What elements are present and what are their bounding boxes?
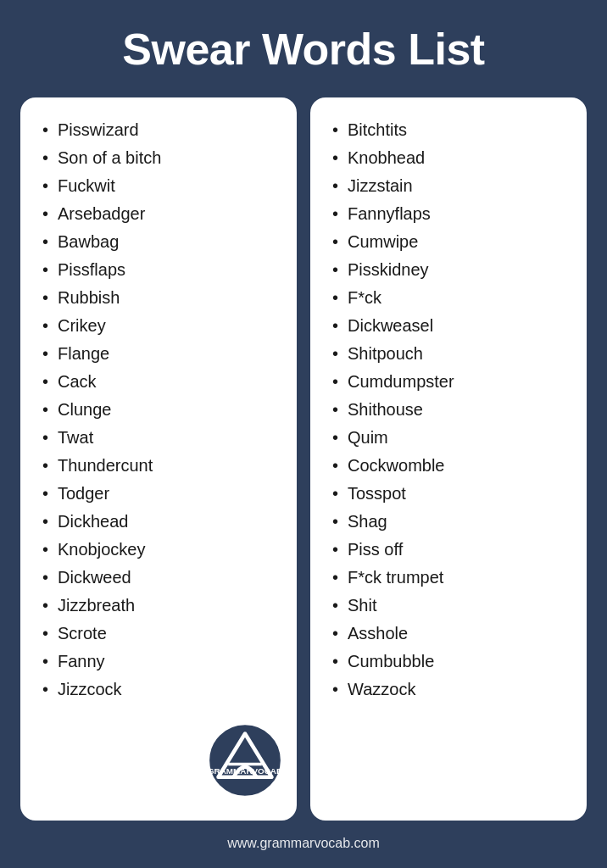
- list-item: Scrote: [39, 620, 281, 648]
- list-item: Dickweasel: [329, 312, 571, 340]
- list-item: Arsebadger: [39, 200, 281, 228]
- list-item: Asshole: [329, 620, 571, 648]
- right-word-list: BitchtitsKnobheadJizzstainFannyflapsCumw…: [329, 116, 571, 704]
- right-column: BitchtitsKnobheadJizzstainFannyflapsCumw…: [310, 97, 587, 821]
- list-item: Jizzbreath: [39, 592, 281, 620]
- list-item: Shag: [329, 508, 571, 536]
- list-item: Jizzstain: [329, 172, 571, 200]
- list-item: Pisskidney: [329, 256, 571, 284]
- left-column: PisswizardSon of a bitchFuckwitArsebadge…: [20, 97, 297, 821]
- list-item: Fuckwit: [39, 172, 281, 200]
- list-item: Twat: [39, 424, 281, 452]
- list-item: Bawbag: [39, 228, 281, 256]
- list-item: Cack: [39, 368, 281, 396]
- list-item: Tosspot: [329, 480, 571, 508]
- list-item: Crikey: [39, 312, 281, 340]
- list-item: Quim: [329, 424, 571, 452]
- list-item: F*ck trumpet: [329, 564, 571, 592]
- logo-container: GRAMMARVOCAB: [207, 722, 283, 802]
- list-item: Rubbish: [39, 284, 281, 312]
- list-item: Cockwomble: [329, 452, 571, 480]
- list-item: Thundercunt: [39, 452, 281, 480]
- list-item: Pissflaps: [39, 256, 281, 284]
- list-item: Cumdumpster: [329, 368, 571, 396]
- list-item: Pisswizard: [39, 116, 281, 144]
- left-word-list: PisswizardSon of a bitchFuckwitArsebadge…: [39, 116, 281, 704]
- list-item: Clunge: [39, 396, 281, 424]
- list-item: Bitchtits: [329, 116, 571, 144]
- list-item: Jizzcock: [39, 676, 281, 704]
- list-item: F*ck: [329, 284, 571, 312]
- page-title: Swear Words List: [122, 25, 484, 74]
- footer-url: www.grammarvocab.com: [227, 836, 380, 851]
- list-item: Son of a bitch: [39, 144, 281, 172]
- list-item: Piss off: [329, 536, 571, 564]
- list-item: Fannyflaps: [329, 200, 571, 228]
- list-item: Cumwipe: [329, 228, 571, 256]
- list-item: Flange: [39, 340, 281, 368]
- list-item: Todger: [39, 480, 281, 508]
- list-item: Knobjockey: [39, 536, 281, 564]
- list-item: Cumbubble: [329, 648, 571, 676]
- columns-wrapper: PisswizardSon of a bitchFuckwitArsebadge…: [20, 97, 587, 821]
- list-item: Wazzock: [329, 676, 571, 704]
- list-item: Fanny: [39, 648, 281, 676]
- list-item: Shitpouch: [329, 340, 571, 368]
- grammarvocab-logo: GRAMMARVOCAB: [207, 722, 283, 798]
- list-item: Dickhead: [39, 508, 281, 536]
- list-item: Shit: [329, 592, 571, 620]
- list-item: Knobhead: [329, 144, 571, 172]
- list-item: Shithouse: [329, 396, 571, 424]
- list-item: Dickweed: [39, 564, 281, 592]
